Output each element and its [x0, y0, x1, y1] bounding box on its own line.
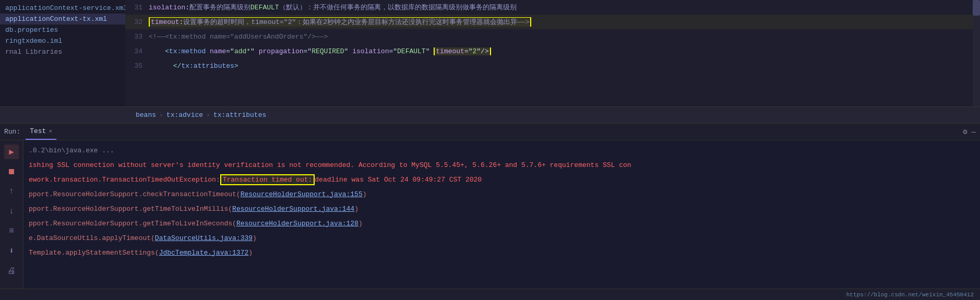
run-tab-test[interactable]: Test × — [26, 124, 56, 140]
scroll-thumb[interactable] — [973, 0, 980, 16]
stack2-suffix: ) — [354, 205, 358, 213]
file-item-0[interactable]: applicationContext-service.xml — [0, 3, 125, 14]
output-stack2: pport.ResourceHolderSupport.getTimeToLiv… — [29, 201, 975, 216]
run-btn-up[interactable]: ↑ — [4, 184, 19, 199]
run-btn-down[interactable]: ↓ — [4, 204, 19, 219]
breadcrumb-sep-1: › — [159, 111, 163, 119]
breadcrumb-txattributes[interactable]: tx:attributes — [213, 111, 266, 119]
output-ssl-warning: ishing SSL connection without server's i… — [29, 158, 975, 172]
stack5-prefix: Template.applyStatementSettings( — [29, 249, 159, 257]
settings-icon[interactable]: ⚙ — [963, 127, 967, 136]
line-number-31: 31 — [125, 4, 149, 11]
breadcrumb-beans[interactable]: beans — [136, 111, 156, 119]
stack3-suffix: ) — [358, 220, 363, 227]
run-tab-close[interactable]: × — [49, 128, 52, 135]
run-btn-restart[interactable]: ▶ — [4, 145, 19, 159]
exception-prefix: ework.transaction.TransactionTimedOutExc… — [29, 176, 220, 184]
minimize-icon[interactable]: — — [972, 128, 976, 136]
code-line-33: 33 <!——<tx:method name="addUsersAndOrder… — [125, 29, 980, 44]
ssl-warning-text: ishing SSL connection without server's i… — [29, 161, 631, 169]
run-panel-tools: ⚙ — — [963, 127, 976, 136]
stack2-link[interactable]: ResourceHolderSupport.java:144 — [232, 205, 354, 213]
output-stack1: pport.ResourceHolderSupport.checkTransac… — [29, 187, 975, 201]
code-line-32: 32 timeout:设置事务的超时时间，timeout="2"：如果在2秒钟之… — [125, 15, 980, 29]
line-number-32: 32 — [125, 18, 149, 26]
transaction-highlight: Transaction timed out: — [220, 174, 315, 185]
run-btn-import[interactable]: ⬇ — [4, 244, 19, 258]
file-item-3[interactable]: ringtxdemo.iml — [0, 35, 125, 46]
run-btn-stop[interactable]: ⏹ — [4, 164, 19, 179]
run-btn-filter[interactable]: ≡ — [4, 224, 19, 238]
line-number-33: 33 — [125, 33, 149, 41]
stack1-suffix: ) — [363, 190, 367, 198]
output-java-line: .0.2\bin\java.exe ... — [29, 143, 975, 158]
stack2-prefix: pport.ResourceHolderSupport.getTimeToLiv… — [29, 205, 232, 213]
status-url[interactable]: https://blog.csdn.net/weixin_45450412 — [846, 292, 974, 298]
stack4-suffix: ) — [253, 234, 257, 242]
line-content-33: <!——<tx:method name="addUsersAndOrders"/… — [149, 33, 980, 41]
java-exe-text: .0.2\bin\java.exe ... — [29, 147, 114, 154]
line32-highlight: timeout:设置事务的超时时间，timeout="2"：如果在2秒钟之内业务… — [149, 17, 531, 27]
code-line-35: 35 </tx:attributes> — [125, 58, 980, 73]
scroll-indicator[interactable] — [973, 0, 980, 106]
status-bar: https://blog.csdn.net/weixin_45450412 — [0, 289, 980, 300]
code-editor: 31 isolation:配置事务的隔离级别DEFAULT（默认）：并不做任何事… — [125, 0, 980, 106]
file-item-2[interactable]: db.properties — [0, 25, 125, 35]
editor-area: applicationContext-service.xml applicati… — [0, 0, 980, 107]
line-content-35: </tx:attributes> — [149, 62, 980, 70]
stack3-prefix: pport.ResourceHolderSupport.getTimeToLiv… — [29, 220, 236, 227]
code-line-31: 31 isolation:配置事务的隔离级别DEFAULT（默认）：并不做任何事… — [125, 0, 980, 15]
timeout-highlight: timeout="2"/> — [434, 47, 491, 55]
code-line-34: 34 <tx:method name="add*" propagation="R… — [125, 44, 980, 58]
exception-suffix: deadline was Sat Oct 24 09:49:27 CST 202… — [315, 176, 482, 184]
run-panel-header: Run: Test × ⚙ — — [0, 124, 980, 140]
main-container: applicationContext-service.xml applicati… — [0, 0, 980, 300]
file-item-1[interactable]: applicationContext-tx.xml — [0, 14, 125, 25]
stack1-prefix: pport.ResourceHolderSupport.checkTransac… — [29, 190, 241, 198]
line-content-34: <tx:method name="add*" propagation="REQU… — [149, 47, 980, 55]
breadcrumb-bar: beans › tx:advice › tx:attributes — [0, 107, 980, 124]
run-tab-label: Test — [30, 127, 46, 135]
stack3-link[interactable]: ResourceHolderSupport.java:128 — [236, 220, 358, 227]
run-output: .0.2\bin\java.exe ... ishing SSL connect… — [23, 140, 980, 289]
output-exception-line: ework.transaction.TransactionTimedOutExc… — [29, 172, 975, 187]
stack1-link[interactable]: ResourceHolderSupport.java:155 — [241, 190, 363, 198]
line-number-34: 34 — [125, 47, 149, 55]
run-panel: Run: Test × ⚙ — ▶ ⏹ ↑ ↓ ≡ ⬇ 🖨 — [0, 124, 980, 289]
file-item-4[interactable]: rnal Libraries — [0, 46, 125, 57]
stack5-link[interactable]: JdbcTemplate.java:1372 — [159, 249, 249, 257]
line-content-31: isolation:配置事务的隔离级别DEFAULT（默认）：并不做任何事务的隔… — [149, 3, 980, 12]
code-lines: 31 isolation:配置事务的隔离级别DEFAULT（默认）：并不做任何事… — [125, 0, 980, 73]
run-label: Run: — [4, 128, 20, 136]
breadcrumb-sep-2: › — [206, 111, 210, 119]
run-content: ▶ ⏹ ↑ ↓ ≡ ⬇ 🖨 .0.2\bin\java.exe ... ishi… — [0, 140, 980, 289]
run-sidebar: ▶ ⏹ ↑ ↓ ≡ ⬇ 🖨 — [0, 140, 23, 289]
line-number-35: 35 — [125, 62, 149, 70]
stack4-link[interactable]: DataSourceUtils.java:339 — [155, 234, 253, 242]
output-stack5: Template.applyStatementSettings(JdbcTemp… — [29, 245, 975, 260]
output-stack3: pport.ResourceHolderSupport.getTimeToLiv… — [29, 216, 975, 231]
stack5-suffix: ) — [248, 249, 253, 257]
file-sidebar: applicationContext-service.xml applicati… — [0, 0, 125, 106]
stack4-prefix: e.DataSourceUtils.applyTimeout( — [29, 234, 155, 242]
run-btn-print[interactable]: 🖨 — [4, 263, 19, 278]
output-stack4: e.DataSourceUtils.applyTimeout(DataSourc… — [29, 231, 975, 245]
line-content-32: timeout:设置事务的超时时间，timeout="2"：如果在2秒钟之内业务… — [149, 17, 980, 27]
breadcrumb-txadvice[interactable]: tx:advice — [166, 111, 203, 119]
